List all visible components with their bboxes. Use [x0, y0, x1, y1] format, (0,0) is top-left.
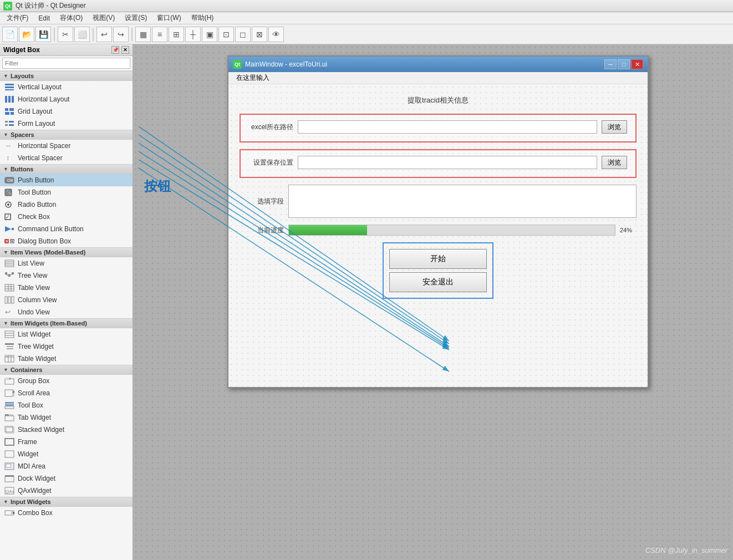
- svg-point-21: [7, 203, 9, 206]
- svg-rect-73: [5, 439, 14, 445]
- mw-maximize-btn[interactable]: □: [618, 59, 630, 69]
- toolbar-layout8[interactable]: ⊠: [252, 27, 267, 42]
- widget-label: Widget: [18, 450, 38, 458]
- toolbar-cut[interactable]: ✂: [58, 27, 73, 42]
- widget-list-widget[interactable]: List Widget: [0, 328, 133, 340]
- svg-rect-8: [5, 112, 9, 115]
- widget-qax-widget[interactable]: QAx QAxWidget: [0, 485, 133, 497]
- column-view-label: Column View: [18, 296, 57, 304]
- excel-browse-btn[interactable]: 浏览: [602, 120, 627, 134]
- widget-dock-widget[interactable]: Dock Widget: [0, 472, 133, 485]
- list-view-icon: [4, 259, 14, 268]
- widget-tool-box[interactable]: Tool Box: [0, 399, 133, 411]
- toolbar-layout2[interactable]: ≡: [152, 27, 167, 42]
- save-browse-btn[interactable]: 浏览: [602, 156, 627, 169]
- column-view-icon: [4, 296, 14, 304]
- svg-rect-34: [5, 272, 7, 274]
- widget-tool-button[interactable]: 🔧 Tool Button: [0, 186, 133, 198]
- toolbar-layout1[interactable]: ▦: [135, 27, 151, 42]
- toolbar-redo[interactable]: ↪: [113, 27, 129, 42]
- toolbar: 📄 📂 💾 ✂ ⬜ ↩ ↪ ▦ ≡ ⊞ ┼ ▣ ⊡ ◻ ⊠ 👁: [0, 24, 733, 44]
- optional-field-textarea[interactable]: [288, 185, 637, 218]
- mdi-area-label: MDI Area: [18, 462, 45, 470]
- save-path-input[interactable]: [298, 156, 597, 169]
- widget-table-widget[interactable]: Table Widget: [0, 353, 133, 365]
- category-item-views[interactable]: ▼ Item Views (Model-Based): [0, 247, 133, 257]
- widget-frame[interactable]: Frame: [0, 436, 133, 448]
- widget-group-box[interactable]: GB Group Box: [0, 375, 133, 387]
- widget-box-pin[interactable]: 📌: [111, 46, 119, 54]
- widget-grid-layout[interactable]: Grid Layout: [0, 105, 133, 118]
- toolbar-open[interactable]: 📂: [19, 27, 34, 42]
- horizontal-layout-icon: [4, 95, 14, 104]
- widget-combo-box[interactable]: ▼ Combo Box: [0, 507, 133, 519]
- widget-undo-view[interactable]: ↩ Undo View: [0, 306, 133, 318]
- widget-tab-widget[interactable]: Tab Widget: [0, 411, 133, 424]
- widget-vertical-spacer[interactable]: ↕ Vertical Spacer: [0, 152, 133, 164]
- widget-tree-widget[interactable]: Tree Widget: [0, 340, 133, 353]
- menu-container[interactable]: 容体(O): [55, 12, 87, 24]
- widget-box-close[interactable]: ✕: [121, 46, 129, 54]
- widget-table-view[interactable]: Table View: [0, 282, 133, 294]
- svg-rect-44: [5, 297, 7, 303]
- svg-rect-4: [8, 96, 11, 103]
- svg-rect-3: [5, 96, 7, 103]
- menu-view[interactable]: 视图(V): [88, 12, 119, 24]
- canvas-area[interactable]: 按钮 Qt MainWindow - excelToUri.ui ─ □ ✕ 在…: [133, 44, 733, 560]
- mw-menu-item-enter[interactable]: 在这里输入: [232, 72, 274, 84]
- widget-box-header: Widget Box 📌 ✕: [0, 44, 133, 56]
- menu-window[interactable]: 窗口(W): [152, 12, 185, 24]
- widget-tree-view[interactable]: Tree View: [0, 269, 133, 282]
- widget-scroll-area[interactable]: Scroll Area: [0, 387, 133, 399]
- menu-file[interactable]: 文件(F): [2, 12, 33, 24]
- svg-rect-25: [12, 228, 14, 230]
- exit-btn[interactable]: 安全退出: [389, 272, 487, 292]
- menu-edit[interactable]: Edit: [34, 13, 54, 23]
- menu-settings[interactable]: 设置(S): [120, 12, 151, 24]
- toolbar-layout3[interactable]: ⊞: [169, 27, 184, 42]
- category-containers[interactable]: ▼ Containers: [0, 365, 133, 375]
- svg-rect-11: [9, 121, 14, 123]
- toolbar-layout5[interactable]: ▣: [202, 27, 217, 42]
- widget-radio-button[interactable]: Radio Button: [0, 198, 133, 211]
- widget-mdi-area[interactable]: MDI Area: [0, 460, 133, 472]
- toolbar-layout4[interactable]: ┼: [185, 27, 201, 42]
- toolbar-save[interactable]: 💾: [35, 27, 51, 42]
- widget-dialog-button[interactable]: ✕OK Dialog Button Box: [0, 235, 133, 247]
- widget-column-view[interactable]: Column View: [0, 294, 133, 306]
- toolbar-undo[interactable]: ↩: [96, 27, 112, 42]
- toolbar-new[interactable]: 📄: [2, 27, 18, 42]
- category-input-widgets-label: Input Widgets: [11, 498, 51, 505]
- filter-input[interactable]: [2, 58, 130, 69]
- category-layouts[interactable]: ▼ Layouts: [0, 71, 133, 81]
- widget-vertical-layout[interactable]: Vertical Layout: [0, 81, 133, 93]
- toolbar-layout6[interactable]: ⊡: [218, 27, 234, 42]
- category-item-widgets[interactable]: ▼ Item Widgets (Item-Based): [0, 318, 133, 328]
- toolbar-layout7[interactable]: ◻: [235, 27, 251, 42]
- excel-path-input[interactable]: [298, 120, 597, 134]
- start-btn[interactable]: 开始: [389, 249, 487, 269]
- category-spacers[interactable]: ▼ Spacers: [0, 130, 133, 140]
- widget-stacked-widget[interactable]: Stacked Widget: [0, 424, 133, 436]
- svg-rect-0: [5, 84, 14, 85]
- widget-form-layout[interactable]: Form Layout: [0, 118, 133, 130]
- mw-minimize-btn[interactable]: ─: [604, 59, 617, 69]
- command-link-icon: [4, 225, 14, 233]
- widget-horizontal-layout[interactable]: Horizontal Layout: [0, 93, 133, 105]
- section-title: 提取tracid相关信息: [240, 95, 637, 105]
- category-input-widgets[interactable]: ▼ Input Widgets: [0, 497, 133, 507]
- toolbar-copy[interactable]: ⬜: [74, 27, 90, 42]
- widget-widget[interactable]: Widget: [0, 448, 133, 460]
- widget-command-link[interactable]: Command Link Button: [0, 223, 133, 235]
- toolbar-preview[interactable]: 👁: [268, 27, 284, 42]
- widget-check-box[interactable]: ✓ Check Box: [0, 211, 133, 223]
- category-buttons[interactable]: ▼ Buttons: [0, 164, 133, 174]
- mw-close-btn[interactable]: ✕: [631, 59, 643, 69]
- widget-list-view[interactable]: List View: [0, 257, 133, 269]
- tab-widget-label: Tab Widget: [18, 414, 51, 421]
- menu-help[interactable]: 帮助(H): [187, 12, 218, 24]
- table-view-icon: [4, 283, 14, 292]
- widget-horizontal-spacer[interactable]: ↔ Horizontal Spacer: [0, 140, 133, 152]
- svg-rect-52: [7, 346, 13, 347]
- widget-push-button[interactable]: OK Push Button: [0, 174, 133, 186]
